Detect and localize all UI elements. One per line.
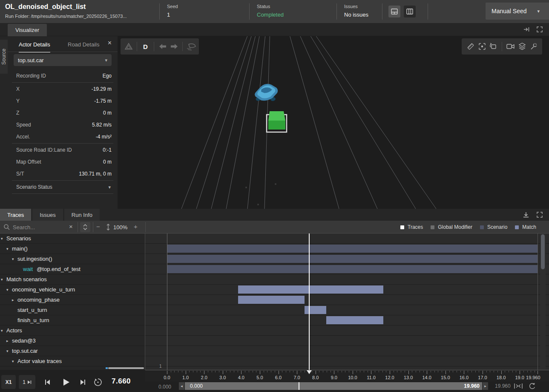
tree-expand-arrow[interactable]: ▾ [6,288,12,292]
tree-row[interactable]: ▸oncoming_phase [0,295,145,305]
timeline-row[interactable] [145,233,549,244]
play-icon[interactable] [59,375,73,389]
close-icon[interactable]: × [108,40,112,46]
video-camera-icon[interactable] [505,41,516,52]
focus-target-icon[interactable] [476,41,488,52]
fit-vertical-icon[interactable] [106,223,111,231]
download-icon[interactable] [522,211,530,218]
trace-bar-match[interactable] [305,306,326,314]
vertical-scrollbar[interactable] [540,233,546,370]
tree-expand-arrow[interactable]: ▾ [1,277,6,282]
timeline-row[interactable] [145,274,549,285]
tab-source[interactable]: Source [0,40,8,74]
zoom-in-icon[interactable]: + [134,223,138,230]
timeline-row[interactable] [145,285,549,295]
tree-expand-arrow[interactable]: ▸ [6,339,12,343]
tree-row[interactable]: ▸sedan@3 [0,336,145,346]
tree-row[interactable]: ▾top.sut.car [0,346,145,356]
timeline-row[interactable] [145,336,549,346]
reset-zoom-icon[interactable] [528,382,536,390]
legend-item[interactable]: Match [515,224,536,230]
speed-button[interactable]: X1 [1,375,16,389]
tab-road-details[interactable]: Road Details [68,41,99,48]
zoom-out-icon[interactable]: − [96,223,100,230]
camera-rotate-icon[interactable] [488,41,499,52]
timeline-row[interactable] [145,244,549,254]
tree-row[interactable]: ▾Scenarios [0,233,145,244]
tree-expand-arrow[interactable]: ▾ [1,329,6,333]
timeline-row[interactable] [145,295,549,305]
tab-traces[interactable]: Traces [0,209,31,221]
tab-issues[interactable]: Issues [32,209,63,221]
tab-run-info[interactable]: Run Info [64,209,100,221]
actor-selector-dropdown[interactable]: top.sut.car ▾ [14,54,112,66]
skip-to-start-icon[interactable] [42,375,54,389]
time-axis[interactable]: 0.01.02.03.04.05.06.07.08.09.010.011.012… [145,370,549,381]
tree-row[interactable]: ▾Actors [0,326,145,336]
horizontal-scrollbar[interactable] [108,367,144,369]
arrow-right-icon[interactable] [168,41,180,52]
tree-row[interactable]: ▾Actor value traces [0,356,145,366]
tab-visualizer[interactable]: Visualizer [8,24,47,36]
trace-bar-scenario[interactable] [167,265,538,273]
timeline-row[interactable] [145,254,549,264]
legend-item[interactable]: Global Modifier [431,224,472,230]
d-mode-button[interactable]: D [140,41,151,52]
tree-row[interactable]: ▾Match scenarios [0,274,145,285]
layers-icon[interactable] [516,41,528,52]
trace-bar-match[interactable] [238,285,383,294]
playhead-line[interactable] [309,233,310,370]
playhead-marker[interactable] [307,370,312,374]
range-left-button[interactable]: ◂ [179,382,184,390]
clear-search-icon[interactable]: × [69,223,73,230]
scenario-status-section[interactable]: Scenario Status▾ [12,181,113,194]
timeline-row[interactable] [145,326,549,336]
range-slider[interactable]: 0.000 19.960 [185,382,482,390]
tab-actor-details[interactable]: Actor Details [19,41,50,52]
match-navigation-icon[interactable] [80,222,90,232]
timeline-row[interactable] [145,264,549,274]
tree-row[interactable]: ▾main() [0,244,145,254]
car-skid-icon[interactable] [185,41,197,52]
step-button[interactable]: 1 [19,375,35,389]
range-right-button[interactable]: ▸ [483,382,488,390]
tree-expand-arrow[interactable]: ▾ [12,257,17,261]
wrench-icon[interactable] [528,41,539,52]
legend-item[interactable]: Scenario [480,224,507,230]
timeline-row[interactable] [145,315,549,326]
vertical-scrollbar-thumb[interactable] [541,234,545,269]
skip-to-end-icon[interactable] [77,375,89,389]
tree-row[interactable]: ▾sut.ingestion() [0,254,145,264]
open-panel-right-icon[interactable] [523,26,531,33]
seed-mode-dropdown[interactable]: Manual Seed ▾ [486,3,549,20]
timeline-row[interactable] [145,346,549,356]
legend-item[interactable]: Traces [400,224,423,230]
arrow-left-icon[interactable] [157,41,168,52]
layout-split-horizontal-button[interactable] [388,6,400,17]
fullscreen-icon[interactable] [536,211,543,218]
timeline-row[interactable] [145,356,549,366]
tree-row[interactable]: start_u_turn [0,305,145,315]
sut-car-actor[interactable] [267,111,287,132]
tree-expand-arrow[interactable]: ▾ [6,349,12,353]
tree-row[interactable]: finish_u_turn [0,315,145,326]
tree-expand-arrow[interactable]: ▸ [12,298,17,302]
layout-split-vertical-button[interactable] [404,6,416,17]
tree-row[interactable]: ▾oncoming_vehicle_u_turn [0,285,145,295]
collapse-range-icon[interactable] [514,383,523,389]
trace-bar-scenario[interactable] [167,255,538,263]
cone-icon[interactable] [123,41,134,52]
trace-bar-scenario[interactable] [167,245,538,253]
tree-expand-arrow[interactable]: ▾ [6,247,12,251]
fullscreen-icon[interactable] [536,26,543,33]
timeline-row[interactable] [145,305,549,315]
search-input[interactable]: Search... [13,224,35,231]
ruler-icon[interactable] [465,41,476,52]
tree-row[interactable]: wait@top.end_of_test [0,264,145,274]
trace-bar-match[interactable] [238,296,305,304]
tree-expand-arrow[interactable]: ▾ [1,236,6,241]
viewport-3d[interactable]: D [118,36,549,209]
replay-icon[interactable] [91,375,105,389]
tree-expand-arrow[interactable]: ▾ [12,359,17,363]
trace-bar-match[interactable] [326,316,383,324]
